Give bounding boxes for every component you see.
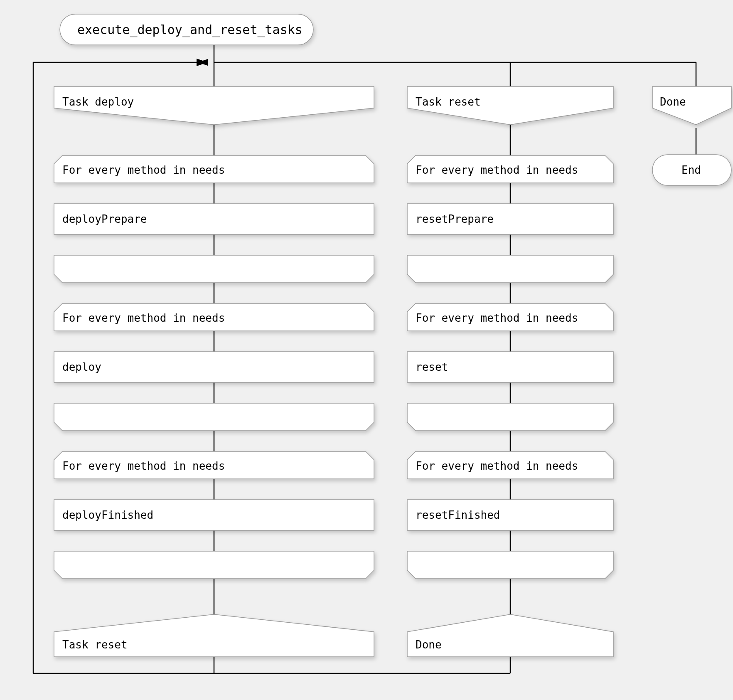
reset-loop1-label: For every method in needs — [416, 164, 578, 176]
deploy-loop2-label: For every method in needs — [62, 312, 225, 324]
reset-loop1-start: For every method in needs — [407, 155, 613, 183]
end-node: End — [652, 155, 731, 185]
reset-step3: resetFinished — [407, 500, 613, 530]
reset-loop1-end — [407, 255, 613, 283]
reset-loop3-start: For every method in needs — [407, 451, 613, 479]
title-text: execute_deploy_and_reset_tasks — [77, 22, 303, 37]
done-branch-label: Done — [660, 96, 686, 108]
deploy-step3: deployFinished — [54, 500, 374, 530]
reset-loop3-end — [407, 551, 613, 579]
deploy-next-label: Task reset — [62, 638, 128, 651]
arrowhead-icon — [197, 59, 207, 66]
reset-next-task: Done — [407, 614, 613, 657]
deploy-loop1-start: For every method in needs — [54, 155, 374, 183]
reset-loop3-label: For every method in needs — [416, 460, 578, 472]
deploy-step2-label: deploy — [62, 361, 101, 373]
deploy-branch-header: Task deploy — [54, 86, 374, 125]
deploy-loop3-end — [54, 551, 374, 579]
deploy-step3-label: deployFinished — [62, 509, 153, 521]
reset-branch-header: Task reset — [407, 86, 613, 125]
deploy-loop2-start: For every method in needs — [54, 303, 374, 331]
title-node: execute_deploy_and_reset_tasks — [60, 14, 313, 45]
deploy-loop3-start: For every method in needs — [54, 451, 374, 479]
reset-loop2-label: For every method in needs — [416, 312, 578, 324]
end-label: End — [681, 164, 701, 176]
reset-step1: resetPrepare — [407, 204, 613, 234]
deploy-step1: deployPrepare — [54, 204, 374, 234]
reset-loop2-start: For every method in needs — [407, 303, 613, 331]
deploy-loop3-label: For every method in needs — [62, 460, 225, 472]
reset-step2: reset — [407, 352, 613, 382]
deploy-loop1-label: For every method in needs — [62, 164, 225, 176]
deploy-loop1-end — [54, 255, 374, 283]
deploy-branch-label: Task deploy — [62, 96, 134, 108]
reset-loop2-end — [407, 403, 613, 431]
reset-next-label: Done — [416, 638, 442, 651]
deploy-step2: deploy — [54, 352, 374, 382]
done-branch-header: Done — [652, 86, 731, 125]
reset-step3-label: resetFinished — [416, 509, 500, 521]
reset-step2-label: reset — [416, 361, 448, 373]
deploy-loop2-end — [54, 403, 374, 431]
svg-rect-17 — [54, 352, 374, 382]
deploy-next-task: Task reset — [54, 614, 374, 657]
deploy-step1-label: deployPrepare — [62, 213, 147, 225]
flowchart-canvas: execute_deploy_and_reset_tasks Task depl… — [0, 0, 733, 700]
reset-step1-label: resetPrepare — [416, 213, 494, 225]
edges — [198, 45, 696, 86]
reset-branch-label: Task reset — [416, 96, 481, 108]
